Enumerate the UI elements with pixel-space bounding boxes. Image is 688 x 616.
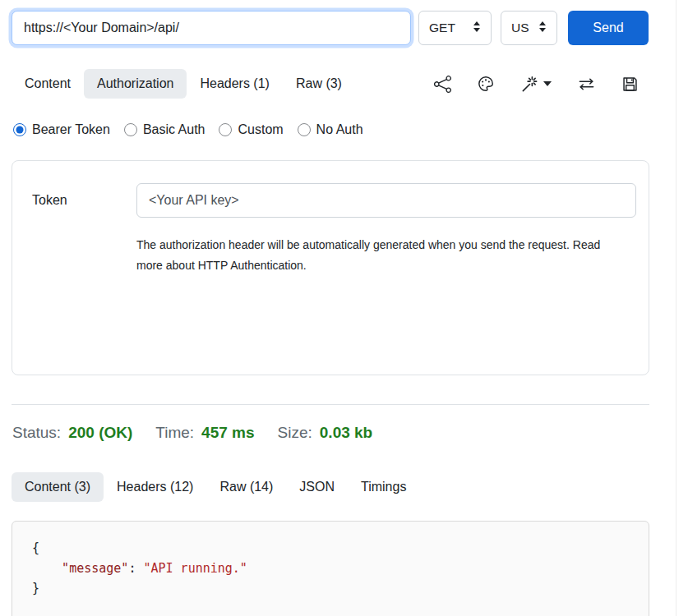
tab-content[interactable]: Content xyxy=(12,69,84,99)
time-value: 457 ms xyxy=(201,424,254,442)
radio-label: Bearer Token xyxy=(32,122,110,137)
json-separator: : xyxy=(128,561,143,576)
method-select-value: GET xyxy=(429,21,455,35)
radio-label: Basic Auth xyxy=(143,122,205,137)
section-divider xyxy=(12,404,649,405)
radio-unselected-icon xyxy=(298,123,311,136)
status-label: Status: xyxy=(12,424,61,442)
status-value: 200 (OK) xyxy=(68,424,132,442)
updown-caret-icon xyxy=(473,21,481,36)
tab-authorization[interactable]: Authorization xyxy=(84,69,187,99)
api-client-page: GET US Send Content Authorization Header… xyxy=(0,0,688,616)
response-summary: Status: 200 (OK) Time: 457 ms Size: 0.03… xyxy=(12,424,649,442)
radio-label: No Auth xyxy=(316,122,363,137)
json-key: "message" xyxy=(62,561,128,576)
updown-caret-icon xyxy=(538,21,547,36)
json-message-line: "message": "API running." xyxy=(32,559,649,579)
radio-label: Custom xyxy=(238,122,283,137)
url-input[interactable] xyxy=(12,11,411,45)
resp-tab-json[interactable]: JSON xyxy=(286,472,348,502)
save-icon[interactable] xyxy=(621,76,639,93)
json-close-brace: } xyxy=(32,578,649,599)
size-label: Size: xyxy=(278,424,312,442)
size-group: Size: 0.03 kb xyxy=(278,424,373,442)
swap-arrows-icon[interactable] xyxy=(577,76,596,93)
request-tabs: Content Authorization Headers (1) Raw (3… xyxy=(12,69,355,99)
request-toolbar xyxy=(434,75,649,94)
response-tabs: Content (3) Headers (12) Raw (14) JSON T… xyxy=(12,472,649,502)
dropdown-caret-icon xyxy=(543,81,552,86)
json-open-brace: { xyxy=(32,538,649,559)
auth-help-text: The authorization header will be automat… xyxy=(136,235,630,276)
radio-no-auth[interactable]: No Auth xyxy=(298,122,363,137)
bearer-token-panel: Token The authorization header will be a… xyxy=(12,160,649,375)
resp-tab-timings[interactable]: Timings xyxy=(348,472,419,502)
region-select[interactable]: US xyxy=(501,11,557,45)
region-select-value: US xyxy=(511,21,529,35)
tab-raw[interactable]: Raw (3) xyxy=(283,69,355,99)
token-input[interactable] xyxy=(136,183,636,218)
radio-basic-auth[interactable]: Basic Auth xyxy=(124,122,205,137)
request-bar: GET US Send xyxy=(12,11,649,45)
request-tabs-row: Content Authorization Headers (1) Raw (3… xyxy=(12,69,649,99)
status-group: Status: 200 (OK) xyxy=(12,424,132,442)
radio-bearer-token[interactable]: Bearer Token xyxy=(13,122,110,137)
radio-selected-icon xyxy=(13,123,26,136)
radio-unselected-icon xyxy=(219,123,232,136)
time-group: Time: 457 ms xyxy=(155,424,254,442)
radio-custom[interactable]: Custom xyxy=(219,122,283,137)
resp-tab-raw[interactable]: Raw (14) xyxy=(206,472,286,502)
time-label: Time: xyxy=(155,424,194,442)
magic-wand-dropdown-icon[interactable] xyxy=(520,75,552,94)
size-value: 0.03 kb xyxy=(320,424,372,442)
radio-unselected-icon xyxy=(124,123,137,136)
page-right-divider xyxy=(676,0,676,616)
palette-icon[interactable] xyxy=(477,75,495,93)
token-label: Token xyxy=(32,193,136,208)
response-body: { "message": "API running." } xyxy=(12,521,649,616)
tab-headers[interactable]: Headers (1) xyxy=(187,69,282,99)
auth-method-options: Bearer Token Basic Auth Custom No Auth xyxy=(12,122,649,137)
resp-tab-headers[interactable]: Headers (12) xyxy=(104,472,206,502)
send-button[interactable]: Send xyxy=(568,11,649,45)
resp-tab-content[interactable]: Content (3) xyxy=(12,472,104,502)
method-select[interactable]: GET xyxy=(418,11,492,45)
share-icon[interactable] xyxy=(434,76,451,93)
json-value: "API running." xyxy=(143,561,247,576)
